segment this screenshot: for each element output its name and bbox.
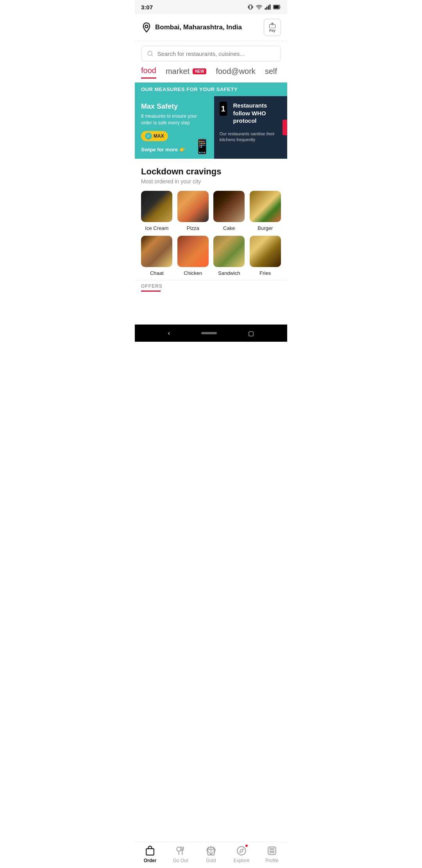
upload-icon [269,23,276,28]
food-label-chaat: Chaat [150,270,164,276]
food-label-pizza: Pizza [187,225,199,231]
red-tab [283,120,287,135]
location-pin-icon [141,22,152,33]
food-item-pizza[interactable]: Pizza [177,191,209,231]
vibrate-icon [247,4,254,10]
svg-point-1 [259,9,259,9]
safety-cards: Max Safety 8 measures to ensure your ord… [135,96,287,159]
offers-section: OFFERS [135,280,287,293]
food-img-fries [250,236,281,267]
safety-card-max[interactable]: Max Safety 8 measures to ensure your ord… [135,96,214,159]
food-img-ice-cream [141,191,172,222]
max-text: MAX [154,133,164,139]
safety-header: OUR MEASURES FOR YOUR SAFETY [135,82,287,96]
food-img-chicken [177,236,209,267]
lockdown-section: Lockdown cravings Most ordered in your c… [135,159,287,280]
max-check-icon: ✓ [145,133,152,140]
offers-underline [141,291,161,292]
food-img-chaat [141,236,172,267]
phone-emoji: 📱 [193,138,211,155]
food-item-fries[interactable]: Fries [250,236,281,276]
search-input[interactable] [157,50,275,57]
search-icon [147,50,154,57]
svg-rect-5 [270,4,271,9]
battery-icon [273,4,281,10]
tab-self[interactable]: self [265,67,277,78]
food-grid: Ice Cream Pizza Cake Burger Chaat Chicke… [141,191,281,276]
food-item-chaat[interactable]: Chaat [141,236,173,276]
svg-rect-2 [265,8,266,10]
signal-icon [265,4,271,10]
svg-point-8 [145,25,148,28]
safety-card1-desc: 8 measures to ensure your order is safe … [141,113,208,126]
food-img-pizza [177,191,209,222]
safety-card1-title: Max Safety [141,102,208,111]
safety-card2-title: Restaurants follow WHO protocol [233,102,282,125]
safety-card-who[interactable]: 1 Restaurants follow WHO protocol Our re… [214,96,287,159]
offers-label: OFFERS [141,283,281,289]
android-nav-bar: ‹ ▢ [135,325,287,342]
svg-rect-4 [268,5,269,10]
svg-rect-0 [249,5,252,9]
food-item-sandwich[interactable]: Sandwich [213,236,245,276]
category-tabs: food market NEW food@work self [135,66,287,79]
svg-rect-3 [266,7,268,9]
food-img-burger [250,191,281,222]
pay-label: Pay [269,29,275,32]
food-label-fries: Fries [259,270,271,276]
lockdown-title: Lockdown cravings [141,167,281,177]
tab-market[interactable]: market NEW [166,67,206,78]
safety-header-text: OUR MEASURES FOR YOUR SAFETY [141,86,281,92]
food-label-cake: Cake [223,225,235,231]
who-number-badge: 1 [220,102,227,116]
wifi-icon [256,4,262,10]
tab-food-at-work[interactable]: food@work [216,67,255,78]
svg-rect-7 [274,5,279,9]
food-label-chicken: Chicken [184,270,202,276]
search-bar[interactable] [141,46,281,61]
status-time: 3:07 [141,4,153,11]
pay-button[interactable]: Pay [264,19,281,36]
back-button[interactable]: ‹ [168,330,170,337]
food-item-chicken[interactable]: Chicken [177,236,209,276]
food-img-sandwich [213,236,245,267]
location-wrap[interactable]: Bombai, Maharashtra, India [141,22,242,33]
status-icons [247,4,281,10]
food-label-sandwich: Sandwich [218,270,240,276]
food-item-ice-cream[interactable]: Ice Cream [141,191,173,231]
food-img-cake [213,191,245,222]
status-bar: 3:07 [135,0,287,14]
food-item-burger[interactable]: Burger [250,191,281,231]
home-button[interactable] [201,332,217,334]
tab-food[interactable]: food [141,66,156,79]
location-text: Bombai, Maharashtra, India [155,23,242,31]
food-item-cake[interactable]: Cake [213,191,245,231]
header: Bombai, Maharashtra, India Pay [135,14,287,41]
new-badge: NEW [193,68,206,74]
food-label-ice-cream: Ice Cream [145,225,168,231]
food-label-burger: Burger [257,225,273,231]
max-logo: ✓ MAX [141,131,168,141]
lockdown-subtitle: Most ordered in your city [141,178,281,185]
safety-card2-desc: Our restaurants sanitise their kitchens … [220,131,282,143]
recents-button[interactable]: ▢ [248,330,254,337]
